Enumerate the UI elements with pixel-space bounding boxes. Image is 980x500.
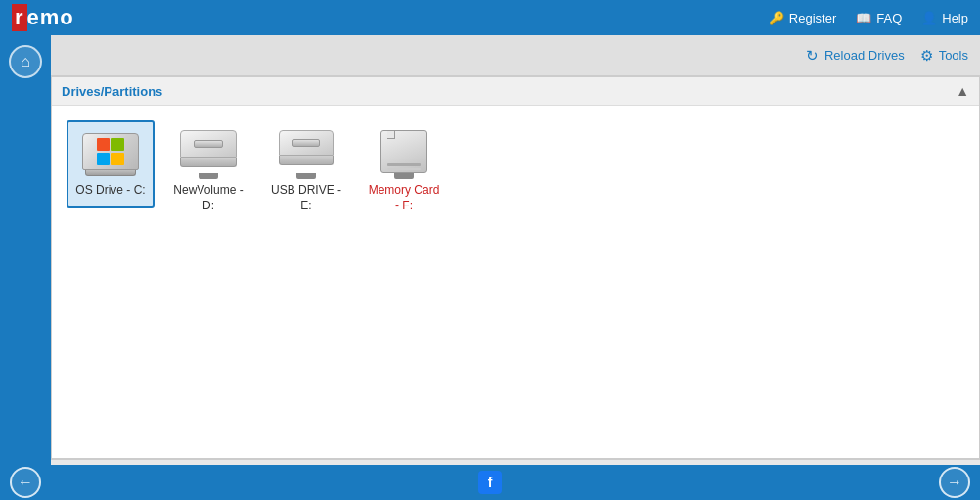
- register-button[interactable]: 🔑 Register: [769, 11, 836, 25]
- drive-f[interactable]: Memory Card - F:: [360, 120, 448, 223]
- help-button[interactable]: 👤 Help: [921, 11, 968, 25]
- reload-icon: ↻: [806, 47, 819, 65]
- drive-d[interactable]: NewVolume - D:: [164, 120, 252, 223]
- memory-card-label: Memory Card - F:: [367, 183, 441, 213]
- back-icon: ←: [18, 474, 33, 491]
- sidebar: ⌂: [0, 35, 51, 500]
- faq-button[interactable]: 📖 FAQ: [856, 11, 902, 25]
- facebook-icon: f: [488, 475, 493, 490]
- back-button[interactable]: ←: [10, 467, 41, 498]
- header: r emo 🔑 Register 📖 FAQ 👤 Help: [0, 0, 980, 35]
- usb-drive-icon: [277, 130, 335, 179]
- logo-r: r: [12, 4, 27, 31]
- new-volume-icon: [179, 130, 238, 179]
- bottom-bar: ← f →: [0, 465, 980, 500]
- reload-drives-button[interactable]: ↻ Reload Drives: [806, 47, 905, 65]
- tools-button[interactable]: ⚙ Tools: [920, 47, 968, 65]
- gear-icon: ⚙: [920, 47, 933, 65]
- toolbar: ↻ Reload Drives ⚙ Tools: [51, 35, 980, 76]
- facebook-button[interactable]: f: [478, 471, 502, 494]
- memory-card-icon: [375, 130, 433, 179]
- logo: r emo: [12, 4, 74, 31]
- home-icon: ⌂: [21, 53, 30, 70]
- tools-label: Tools: [939, 48, 968, 63]
- drives-panel: Drives/Partitions ▲: [51, 76, 980, 459]
- help-label: Help: [942, 11, 968, 25]
- new-volume-label: NewVolume - D:: [171, 183, 245, 213]
- os-drive-icon: [81, 130, 140, 179]
- register-label: Register: [789, 11, 836, 25]
- usb-drive-label: USB DRIVE - E:: [269, 183, 343, 213]
- collapse-icon[interactable]: ▲: [956, 83, 969, 99]
- book-icon: 📖: [856, 11, 871, 25]
- os-drive-label: OS Drive - C:: [75, 183, 145, 199]
- home-button[interactable]: ⌂: [9, 45, 42, 78]
- reload-drives-label: Reload Drives: [824, 48, 905, 63]
- drives-partitions-title: Drives/Partitions: [62, 84, 162, 99]
- next-button[interactable]: →: [939, 467, 970, 498]
- person-icon: 👤: [921, 11, 937, 25]
- content-area: ↻ Reload Drives ⚙ Tools Drives/Partition…: [51, 35, 980, 500]
- drives-content: OS Drive - C:: [52, 106, 979, 458]
- drive-e[interactable]: USB DRIVE - E:: [262, 120, 350, 223]
- key-icon: 🔑: [769, 11, 784, 25]
- drives-header: Drives/Partitions ▲: [52, 77, 979, 106]
- next-icon: →: [947, 474, 962, 491]
- faq-label: FAQ: [876, 11, 902, 25]
- logo-text: emo: [27, 5, 74, 30]
- main-area: ⌂ ↻ Reload Drives ⚙ Tools Drives/Partiti…: [0, 35, 980, 500]
- drive-os[interactable]: OS Drive - C:: [67, 120, 155, 208]
- header-nav: 🔑 Register 📖 FAQ 👤 Help: [769, 11, 968, 25]
